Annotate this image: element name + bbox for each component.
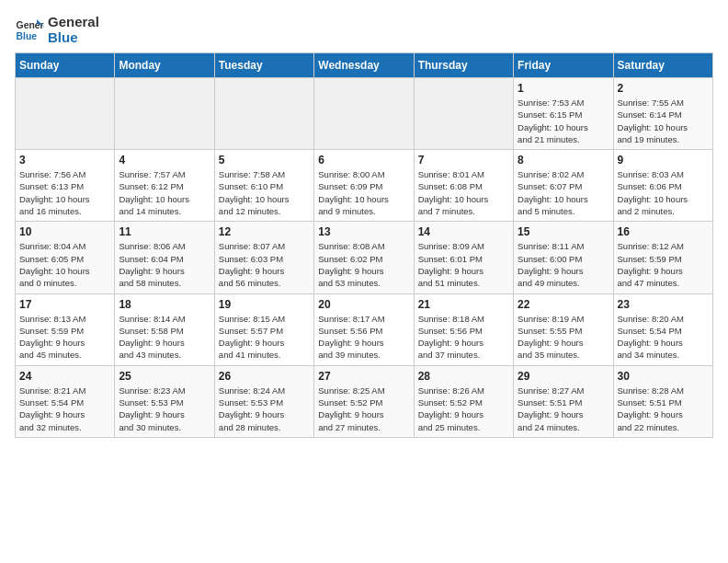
- day-number: 10: [19, 225, 110, 238]
- calendar-cell: 20Sunrise: 8:17 AM Sunset: 5:56 PM Dayli…: [314, 293, 414, 365]
- day-number: 18: [119, 298, 210, 311]
- day-info: Sunrise: 8:17 AM Sunset: 5:56 PM Dayligh…: [318, 313, 409, 362]
- day-info: Sunrise: 7:55 AM Sunset: 6:14 PM Dayligh…: [618, 97, 709, 145]
- day-info: Sunrise: 8:00 AM Sunset: 6:09 PM Dayligh…: [318, 168, 409, 217]
- day-info: Sunrise: 7:58 AM Sunset: 6:10 PM Dayligh…: [219, 168, 310, 217]
- day-info: Sunrise: 8:20 AM Sunset: 5:54 PM Dayligh…: [618, 313, 709, 362]
- weekday-header-tuesday: Tuesday: [214, 53, 313, 78]
- day-info: Sunrise: 8:03 AM Sunset: 6:06 PM Dayligh…: [618, 168, 709, 217]
- calendar-cell: 12Sunrise: 8:07 AM Sunset: 6:03 PM Dayli…: [214, 222, 313, 293]
- day-info: Sunrise: 8:14 AM Sunset: 5:58 PM Dayligh…: [119, 313, 210, 362]
- calendar-cell: 23Sunrise: 8:20 AM Sunset: 5:54 PM Dayli…: [613, 293, 712, 365]
- day-info: Sunrise: 8:04 AM Sunset: 6:05 PM Dayligh…: [19, 240, 110, 289]
- day-info: Sunrise: 8:24 AM Sunset: 5:53 PM Dayligh…: [219, 385, 310, 433]
- weekday-header-friday: Friday: [514, 53, 613, 78]
- calendar-cell: 16Sunrise: 8:12 AM Sunset: 5:59 PM Dayli…: [613, 222, 712, 293]
- logo-general-text: General: [48, 15, 99, 30]
- calendar-cell: 28Sunrise: 8:26 AM Sunset: 5:52 PM Dayli…: [414, 365, 513, 437]
- calendar-cell: 15Sunrise: 8:11 AM Sunset: 6:00 PM Dayli…: [514, 222, 613, 293]
- weekday-row: SundayMondayTuesdayWednesdayThursdayFrid…: [16, 53, 713, 78]
- day-number: 11: [119, 225, 210, 238]
- weekday-header-monday: Monday: [115, 53, 214, 78]
- calendar-cell: [115, 78, 214, 150]
- day-number: 8: [518, 154, 609, 167]
- calendar-cell: 13Sunrise: 8:08 AM Sunset: 6:02 PM Dayli…: [314, 222, 414, 293]
- day-number: 2: [618, 82, 709, 95]
- week-row-2: 3Sunrise: 7:56 AM Sunset: 6:13 PM Daylig…: [16, 150, 713, 222]
- day-info: Sunrise: 8:26 AM Sunset: 5:52 PM Dayligh…: [418, 385, 509, 433]
- day-number: 17: [19, 298, 110, 311]
- day-number: 4: [119, 154, 210, 167]
- day-info: Sunrise: 8:28 AM Sunset: 5:51 PM Dayligh…: [618, 385, 709, 433]
- day-number: 27: [318, 370, 409, 383]
- day-number: 28: [418, 370, 509, 383]
- calendar-header: SundayMondayTuesdayWednesdayThursdayFrid…: [16, 53, 713, 78]
- calendar-cell: 19Sunrise: 8:15 AM Sunset: 5:57 PM Dayli…: [214, 293, 313, 365]
- day-number: 6: [318, 154, 409, 167]
- calendar-cell: 5Sunrise: 7:58 AM Sunset: 6:10 PM Daylig…: [214, 150, 313, 222]
- day-number: 20: [318, 298, 409, 311]
- day-number: 29: [518, 370, 609, 383]
- calendar-cell: 3Sunrise: 7:56 AM Sunset: 6:13 PM Daylig…: [16, 150, 115, 222]
- weekday-header-sunday: Sunday: [16, 53, 115, 78]
- week-row-3: 10Sunrise: 8:04 AM Sunset: 6:05 PM Dayli…: [16, 222, 713, 293]
- calendar-cell: 11Sunrise: 8:06 AM Sunset: 6:04 PM Dayli…: [115, 222, 214, 293]
- calendar-cell: 27Sunrise: 8:25 AM Sunset: 5:52 PM Dayli…: [314, 365, 414, 437]
- day-number: 22: [518, 298, 609, 311]
- day-number: 19: [219, 298, 310, 311]
- calendar-cell: 22Sunrise: 8:19 AM Sunset: 5:55 PM Dayli…: [514, 293, 613, 365]
- day-number: 21: [418, 298, 509, 311]
- day-info: Sunrise: 8:12 AM Sunset: 5:59 PM Dayligh…: [618, 240, 709, 289]
- calendar-cell: [314, 78, 414, 150]
- calendar-cell: [16, 78, 115, 150]
- day-info: Sunrise: 8:23 AM Sunset: 5:53 PM Dayligh…: [119, 385, 210, 433]
- day-info: Sunrise: 8:06 AM Sunset: 6:04 PM Dayligh…: [119, 240, 210, 289]
- day-info: Sunrise: 8:02 AM Sunset: 6:07 PM Dayligh…: [518, 168, 609, 217]
- day-info: Sunrise: 7:57 AM Sunset: 6:12 PM Dayligh…: [119, 168, 210, 217]
- logo: General Blue General Blue: [15, 15, 99, 45]
- day-number: 13: [318, 225, 409, 238]
- week-row-1: 1Sunrise: 7:53 AM Sunset: 6:15 PM Daylig…: [16, 78, 713, 150]
- week-row-4: 17Sunrise: 8:13 AM Sunset: 5:59 PM Dayli…: [16, 293, 713, 365]
- logo-icon: General Blue: [15, 16, 44, 45]
- day-info: Sunrise: 8:21 AM Sunset: 5:54 PM Dayligh…: [19, 385, 110, 433]
- day-info: Sunrise: 8:01 AM Sunset: 6:08 PM Dayligh…: [418, 168, 509, 217]
- weekday-header-saturday: Saturday: [613, 53, 712, 78]
- calendar-cell: 9Sunrise: 8:03 AM Sunset: 6:06 PM Daylig…: [613, 150, 712, 222]
- calendar-cell: 29Sunrise: 8:27 AM Sunset: 5:51 PM Dayli…: [514, 365, 613, 437]
- svg-text:General: General: [17, 20, 44, 30]
- calendar-cell: 30Sunrise: 8:28 AM Sunset: 5:51 PM Dayli…: [613, 365, 712, 437]
- calendar-cell: 17Sunrise: 8:13 AM Sunset: 5:59 PM Dayli…: [16, 293, 115, 365]
- day-info: Sunrise: 7:56 AM Sunset: 6:13 PM Dayligh…: [19, 168, 110, 217]
- day-info: Sunrise: 8:19 AM Sunset: 5:55 PM Dayligh…: [518, 313, 609, 362]
- day-number: 5: [219, 154, 310, 167]
- day-number: 7: [418, 154, 509, 167]
- calendar-cell: 6Sunrise: 8:00 AM Sunset: 6:09 PM Daylig…: [314, 150, 414, 222]
- calendar-cell: 4Sunrise: 7:57 AM Sunset: 6:12 PM Daylig…: [115, 150, 214, 222]
- calendar-cell: 10Sunrise: 8:04 AM Sunset: 6:05 PM Dayli…: [16, 222, 115, 293]
- calendar-table: SundayMondayTuesdayWednesdayThursdayFrid…: [15, 52, 713, 438]
- logo-blue-text: Blue: [48, 30, 99, 46]
- calendar-cell: 18Sunrise: 8:14 AM Sunset: 5:58 PM Dayli…: [115, 293, 214, 365]
- day-info: Sunrise: 8:15 AM Sunset: 5:57 PM Dayligh…: [219, 313, 310, 362]
- day-number: 12: [219, 225, 310, 238]
- weekday-header-thursday: Thursday: [414, 53, 513, 78]
- calendar-cell: [214, 78, 313, 150]
- day-number: 25: [119, 370, 210, 383]
- day-number: 16: [618, 225, 709, 238]
- day-info: Sunrise: 8:13 AM Sunset: 5:59 PM Dayligh…: [19, 313, 110, 362]
- day-info: Sunrise: 7:53 AM Sunset: 6:15 PM Dayligh…: [518, 97, 609, 145]
- day-number: 26: [219, 370, 310, 383]
- calendar-cell: 2Sunrise: 7:55 AM Sunset: 6:14 PM Daylig…: [613, 78, 712, 150]
- calendar-cell: 26Sunrise: 8:24 AM Sunset: 5:53 PM Dayli…: [214, 365, 313, 437]
- weekday-header-wednesday: Wednesday: [314, 53, 414, 78]
- day-number: 30: [618, 370, 709, 383]
- calendar-cell: 21Sunrise: 8:18 AM Sunset: 5:56 PM Dayli…: [414, 293, 513, 365]
- day-info: Sunrise: 8:25 AM Sunset: 5:52 PM Dayligh…: [318, 385, 409, 433]
- day-info: Sunrise: 8:27 AM Sunset: 5:51 PM Dayligh…: [518, 385, 609, 433]
- week-row-5: 24Sunrise: 8:21 AM Sunset: 5:54 PM Dayli…: [16, 365, 713, 437]
- day-number: 24: [19, 370, 110, 383]
- day-info: Sunrise: 8:18 AM Sunset: 5:56 PM Dayligh…: [418, 313, 509, 362]
- calendar-cell: 25Sunrise: 8:23 AM Sunset: 5:53 PM Dayli…: [115, 365, 214, 437]
- calendar-cell: 1Sunrise: 7:53 AM Sunset: 6:15 PM Daylig…: [514, 78, 613, 150]
